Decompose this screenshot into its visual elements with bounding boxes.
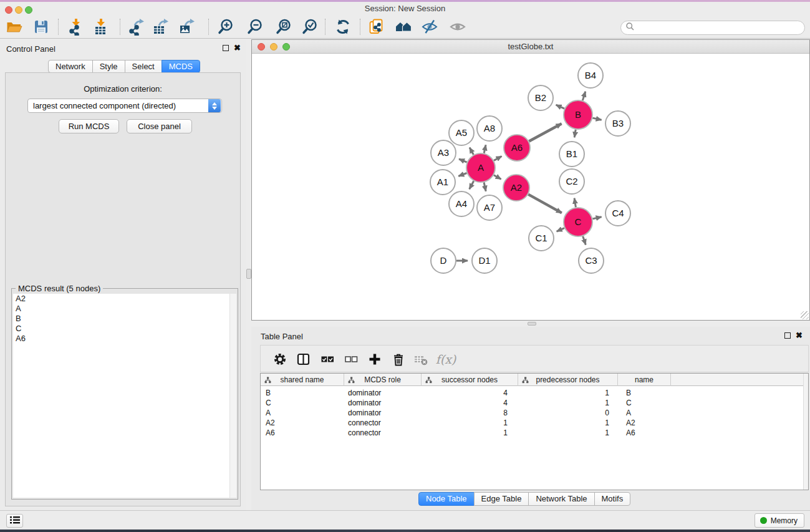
table-settings-button[interactable] <box>269 349 291 369</box>
window-resize-grip[interactable] <box>801 311 809 319</box>
run-mcds-button[interactable]: Run MCDS <box>59 119 119 133</box>
table-cell[interactable]: B <box>261 388 344 398</box>
table-cell[interactable]: A6 <box>618 428 671 438</box>
table-scrollbar[interactable] <box>803 374 808 490</box>
graph-edge-B-B3[interactable] <box>592 118 601 120</box>
graph-edge-C-C2[interactable] <box>574 198 576 208</box>
graph-edge-B-B2[interactable] <box>556 105 565 109</box>
search-input[interactable] <box>635 22 804 34</box>
result-scrollbar[interactable] <box>229 294 236 498</box>
zoom-out-button[interactable] <box>244 17 266 37</box>
table-cell[interactable]: connector <box>344 418 422 428</box>
delete-columns-button[interactable] <box>388 349 409 369</box>
vertical-split-grip[interactable] <box>246 269 251 279</box>
export-image-button[interactable] <box>175 17 198 37</box>
table-cell[interactable]: A2 <box>618 418 671 428</box>
column-header-predecessor-nodes[interactable]: predecessor nodes <box>518 374 618 386</box>
close-table-panel-icon[interactable]: ✖ <box>796 332 803 339</box>
graph-edge-C-C3[interactable] <box>583 236 586 245</box>
graph-edge-A-A5[interactable] <box>470 148 473 155</box>
table-cell[interactable]: 1 <box>518 398 618 408</box>
export-network-button[interactable] <box>125 17 147 37</box>
table-cell[interactable]: 1 <box>518 418 618 428</box>
zoom-selected-button[interactable] <box>299 17 321 37</box>
tab-mcds[interactable]: MCDS <box>162 60 200 73</box>
graph-edge-B-B1[interactable] <box>574 130 576 138</box>
column-header-name[interactable]: name <box>618 374 671 386</box>
table-cell[interactable]: C <box>618 398 671 408</box>
tab-motifs[interactable]: Motifs <box>594 492 631 506</box>
open-session-button[interactable] <box>3 17 26 37</box>
mcds-result-item[interactable]: A <box>13 304 236 314</box>
table-cell[interactable]: 4 <box>422 388 518 398</box>
import-table-button[interactable] <box>90 17 112 37</box>
table-cell[interactable]: A2 <box>261 418 344 428</box>
mcds-result-item[interactable]: B <box>13 314 236 324</box>
refresh-button[interactable] <box>332 17 354 37</box>
show-panels-button[interactable] <box>446 17 469 37</box>
table-cell[interactable]: 1 <box>422 428 518 438</box>
hide-panels-button[interactable] <box>418 17 441 37</box>
mcds-result-item[interactable]: C <box>13 324 236 334</box>
table-row[interactable]: Adominator80A <box>261 408 808 418</box>
mcds-result-item[interactable]: A6 <box>13 334 236 344</box>
graph-edge-B-B4[interactable] <box>582 92 586 100</box>
table-cell[interactable]: A <box>261 408 344 418</box>
graph-edge-A-A4[interactable] <box>470 181 474 189</box>
clone-network-button[interactable] <box>365 17 388 37</box>
tab-node-table[interactable]: Node Table <box>418 492 475 506</box>
table-cell[interactable]: B <box>618 388 671 398</box>
tab-edge-table[interactable]: Edge Table <box>474 492 529 506</box>
deselect-all-columns-button[interactable] <box>340 349 362 369</box>
search-box[interactable] <box>620 21 805 35</box>
graph-edge-C-C4[interactable] <box>592 217 601 219</box>
column-header-successor-nodes[interactable]: successor nodes <box>422 374 518 386</box>
network-canvas[interactable]: A5 A8 A3 A6 A A1 A4 A7 A2 B2 B4 B B3 B1 … <box>252 54 809 320</box>
table-cell[interactable]: 4 <box>422 398 518 408</box>
table-cell[interactable]: dominator <box>344 408 422 418</box>
table-cell[interactable]: 8 <box>422 408 518 418</box>
tab-network-table[interactable]: Network Table <box>528 492 594 506</box>
task-history-button[interactable] <box>6 514 23 528</box>
table-cell[interactable]: C <box>261 398 344 408</box>
column-header-MCDS-role[interactable]: MCDS role <box>344 374 422 386</box>
graph-edge-A6-B[interactable] <box>529 123 561 141</box>
table-cell[interactable]: A <box>618 408 671 418</box>
graph-edge-A-A3[interactable] <box>459 159 467 162</box>
table-cell[interactable]: 1 <box>518 388 618 398</box>
table-cell[interactable]: 0 <box>518 408 618 418</box>
save-session-button[interactable] <box>30 17 52 37</box>
graph-edge-A-A6[interactable] <box>494 157 502 161</box>
graph-edge-A2-C[interactable] <box>528 195 562 213</box>
table-cell[interactable]: connector <box>344 428 422 438</box>
import-network-button[interactable] <box>65 17 87 37</box>
table-cell[interactable]: dominator <box>344 388 422 398</box>
select-all-columns-button[interactable] <box>317 349 338 369</box>
table-cell[interactable]: dominator <box>344 398 422 408</box>
tab-network[interactable]: Network <box>48 60 93 73</box>
mcds-result-item[interactable]: A2 <box>13 294 236 304</box>
memory-button[interactable]: Memory <box>755 513 804 528</box>
table-row[interactable]: A2connector11A2 <box>261 418 808 428</box>
tab-style[interactable]: Style <box>92 60 125 73</box>
graph-edge-A-A8[interactable] <box>484 145 486 153</box>
criterion-dropdown[interactable]: largest connected component (directed) <box>27 99 222 113</box>
network-window-titlebar[interactable]: testGlobe.txt <box>252 40 809 54</box>
table-cell[interactable]: 1 <box>422 418 518 428</box>
close-panel-button[interactable]: Close panel <box>127 119 192 133</box>
table-row[interactable]: A6connector11A6 <box>261 428 808 438</box>
table-cell[interactable]: 1 <box>518 428 618 438</box>
graph-edge-C-C1[interactable] <box>557 228 564 231</box>
float-table-panel-icon[interactable] <box>784 332 791 339</box>
export-table-button[interactable] <box>149 17 171 37</box>
create-column-button[interactable] <box>364 349 385 369</box>
column-header-shared-name[interactable]: shared name <box>261 374 344 386</box>
close-panel-icon[interactable]: ✖ <box>234 45 241 51</box>
graph-edge-A-A2[interactable] <box>494 175 501 180</box>
zoom-fit-button[interactable] <box>272 17 295 37</box>
show-columns-button[interactable] <box>293 349 314 369</box>
graph-edge-A-A1[interactable] <box>458 173 466 177</box>
graph-edge-A-A7[interactable] <box>484 182 486 191</box>
tab-select[interactable]: Select <box>125 60 162 73</box>
table-row[interactable]: Bdominator41B <box>261 388 808 398</box>
